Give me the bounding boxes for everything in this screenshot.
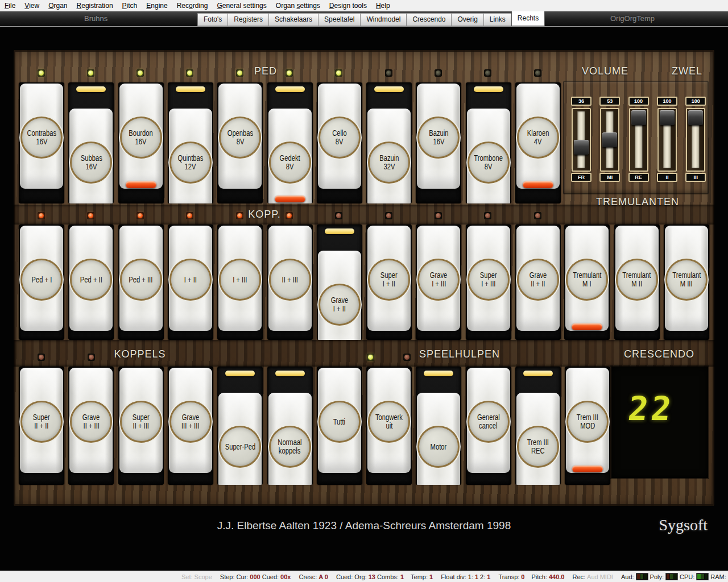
tab-windmodel[interactable]: Windmodel	[360, 13, 406, 26]
stop-tab-grave-ii-iii[interactable]: GraveII + III	[69, 368, 113, 473]
red-led-dot	[237, 213, 242, 218]
red-led-dot	[187, 213, 192, 218]
menu-organ[interactable]: Organ	[44, 0, 72, 11]
menu-recording[interactable]: Recording	[172, 0, 213, 11]
indicator-led-green-on	[335, 69, 342, 77]
stop-tab-super-ii-iii[interactable]: SuperII + III	[119, 368, 163, 473]
stop-tab-ped-i[interactable]: Ped + I	[20, 226, 63, 331]
slider-track-fr[interactable]	[572, 108, 591, 172]
stop-tab-motor[interactable]: Motor	[417, 393, 460, 485]
tab-rechts[interactable]: Rechts	[511, 10, 545, 26]
stop-tab-bazuin-32v[interactable]: Bazuin32V	[367, 109, 411, 203]
stop-tab-tremulant-m-i[interactable]: TremulantM I	[565, 226, 609, 331]
stop-label-disc: Normaalkoppels	[269, 426, 311, 468]
stop-tab-klaroen-4v[interactable]: Klaroen4V	[516, 84, 560, 189]
slider-handle-re[interactable]	[631, 110, 646, 125]
slider-handle-iii[interactable]	[688, 110, 703, 125]
indicator-led-green-off	[534, 69, 541, 77]
menu-view[interactable]: View	[20, 0, 44, 11]
tab-crescendo[interactable]: Crescendo	[406, 13, 451, 26]
stop-tab-grave-i-iii[interactable]: GraveI + III	[417, 226, 460, 331]
stop-tab-super-ped[interactable]: Super-Ped	[218, 393, 262, 485]
menu-engine[interactable]: Engine	[142, 0, 172, 11]
indicator-led-red-dim	[484, 212, 491, 219]
green-led-dot	[535, 70, 540, 76]
menu-general-settings[interactable]: General settings	[212, 0, 271, 11]
stop-tab-tongwerk-uit[interactable]: Tongwerkuit	[367, 368, 411, 473]
stop-tab-contrabas-16v[interactable]: Contrabas16V	[20, 84, 63, 189]
stop-label-line: uit	[386, 422, 392, 430]
stop-tab-tremulant-m-iii[interactable]: TremulantM III	[665, 226, 708, 331]
stop-tab-ped-iii[interactable]: Ped + III	[119, 226, 163, 331]
slider-track-re[interactable]	[629, 108, 648, 172]
red-led-dot	[287, 213, 292, 218]
indicator-led-red-on	[236, 212, 243, 219]
stop-tab-subbas-16v[interactable]: Subbas16V	[69, 109, 113, 203]
stop-tab-quintbas-12v[interactable]: Quintbas12V	[169, 109, 212, 203]
stop-tab-grave-i-ii[interactable]: GraveI + II	[318, 251, 361, 340]
slider-value-iii: 100	[685, 97, 706, 106]
stop-tab-grave-ii-ii[interactable]: GraveII + II	[516, 226, 560, 331]
stop-slot-bazuin-16v: Bazuin16V	[416, 82, 461, 203]
status-segment-2: Cresc:A 0	[295, 571, 332, 582]
stop-tab-ii-iii[interactable]: II + III	[268, 226, 312, 331]
tab-foto-s[interactable]: Foto's	[197, 13, 228, 26]
stop-tab-general-cancel[interactable]: Generalcancel	[467, 368, 510, 473]
slider-handle-mi[interactable]	[602, 132, 617, 147]
stop-tab-tutti[interactable]: Tutti	[318, 368, 361, 473]
stop-tab-bourdon-16v[interactable]: Bourdon16V	[119, 84, 163, 189]
menu-pitch[interactable]: Pitch	[118, 0, 142, 11]
stop-tab-tremulant-m-ii[interactable]: TremulantM II	[615, 226, 659, 331]
tab-speeltafel[interactable]: Speeltafel	[318, 13, 360, 26]
stop-tab-cello-8v[interactable]: Cello8V	[318, 84, 361, 189]
stop-tab-ped-ii[interactable]: Ped + II	[69, 226, 113, 331]
menu-organ-settings[interactable]: Organ settings	[271, 0, 325, 11]
stop-tab-bazuin-16v[interactable]: Bazuin16V	[417, 84, 460, 189]
stop-tab-trem-iii-mod[interactable]: Trem IIIMOD	[566, 368, 609, 473]
stop-tab-i-iii[interactable]: I + III	[218, 226, 262, 331]
stop-label-disc: Trem IIIMOD	[566, 401, 609, 443]
menu-design-tools[interactable]: Design tools	[325, 0, 371, 11]
stop-tab-trombone-8v[interactable]: Trombone8V	[467, 109, 510, 203]
stop-label-disc: II + III	[269, 259, 311, 301]
stop-slot-tongwerk-uit: Tongwerkuit	[366, 367, 412, 485]
stop-engaged-indicator	[474, 86, 503, 92]
status-text: CPU:	[680, 573, 694, 580]
menu-file[interactable]: File	[0, 0, 20, 11]
stop-label-disc: I + III	[219, 259, 261, 301]
menu-help[interactable]: Help	[371, 0, 395, 11]
stop-tab-i-ii[interactable]: I + II	[169, 226, 212, 331]
slider-handle-ii[interactable]	[660, 110, 675, 125]
stop-tab-gedekt-8v[interactable]: Gedekt8V	[268, 109, 312, 203]
slider-handle-fr[interactable]	[574, 140, 589, 155]
tab-links[interactable]: Links	[483, 13, 511, 26]
stop-label-disc: Trem IIIREC	[517, 426, 559, 468]
stop-tab-super-ii-ii[interactable]: SuperII + II	[20, 368, 63, 473]
tab-registers[interactable]: Registers	[228, 13, 268, 26]
stop-label-line: M II	[631, 280, 642, 288]
stop-label-disc: Gedekt8V	[269, 142, 311, 184]
status-segment-6: Rec:AudMIDI	[568, 571, 617, 582]
status-text: 000	[250, 573, 260, 580]
stop-tab-openbas-8v[interactable]: Openbas8V	[218, 84, 262, 189]
menu-registration[interactable]: Registration	[72, 0, 118, 11]
stop-tab-normaal-koppels[interactable]: Normaalkoppels	[268, 393, 312, 485]
slider-track-iii[interactable]	[686, 108, 705, 172]
stop-tab-grave-iii-iii[interactable]: GraveIII + III	[169, 368, 212, 473]
stop-tab-trem-iii-rec[interactable]: Trem IIIREC	[516, 393, 560, 485]
tab-schakelaars[interactable]: Schakelaars	[268, 13, 318, 26]
stop-label-disc: Ped + I	[20, 259, 63, 301]
indicator-led-green-off	[484, 69, 491, 77]
slider-track-mi[interactable]	[600, 108, 619, 172]
slider-label-re: RE	[628, 173, 649, 182]
indicator-led-green-on	[136, 69, 144, 77]
slider-track-ii[interactable]	[657, 108, 677, 172]
stop-label-line: Tremulant	[573, 271, 601, 280]
indicator-led-green-on	[367, 354, 374, 361]
status-text: Set: Scope	[181, 573, 212, 580]
tab-overig[interactable]: Overig	[451, 13, 483, 26]
stop-label-disc: Bourdon16V	[120, 117, 162, 159]
status-text: Combs:	[377, 573, 399, 580]
stop-tab-super-i-iii[interactable]: SuperI + III	[467, 226, 510, 331]
stop-tab-super-i-ii[interactable]: SuperI + II	[367, 226, 411, 331]
